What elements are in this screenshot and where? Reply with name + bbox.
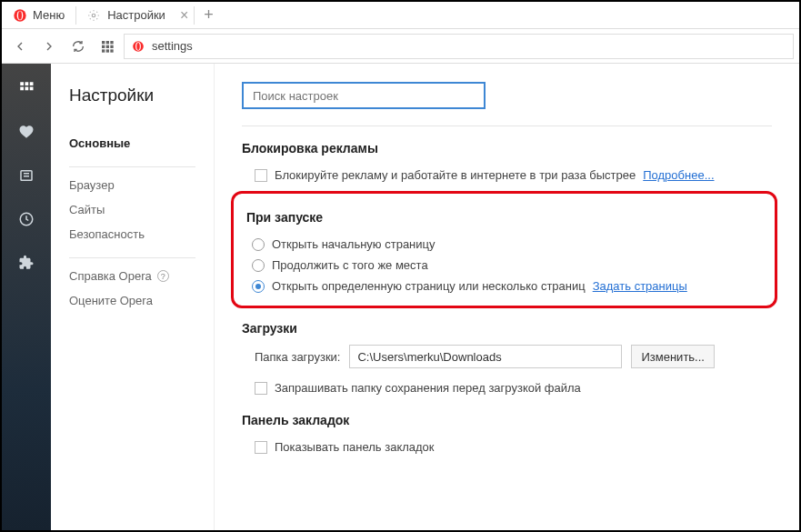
back-button[interactable] bbox=[7, 34, 33, 59]
tab-settings[interactable]: Настройки bbox=[76, 2, 175, 28]
startup-opt-continue: Продолжить с того же места bbox=[272, 258, 428, 272]
sidebar-item-browser[interactable]: Браузер bbox=[69, 173, 195, 197]
reload-button[interactable] bbox=[65, 34, 91, 59]
help-icon: ? bbox=[157, 270, 169, 282]
download-ask-checkbox[interactable] bbox=[255, 382, 267, 395]
new-tab-button[interactable]: + bbox=[195, 5, 223, 25]
address-bar[interactable]: settings bbox=[124, 34, 794, 59]
svg-rect-5 bbox=[106, 41, 109, 44]
download-change-button[interactable]: Изменить... bbox=[631, 345, 714, 368]
opera-icon bbox=[13, 8, 27, 23]
sidebar-help-label: Справка Opera bbox=[69, 269, 152, 283]
tab-close-button[interactable]: × bbox=[175, 7, 194, 24]
section-downloads-title: Загрузки bbox=[242, 321, 772, 336]
svg-point-15 bbox=[136, 42, 140, 49]
rail-bookmarks-icon[interactable] bbox=[16, 122, 36, 142]
rail-history-icon[interactable] bbox=[16, 209, 36, 229]
settings-search-input[interactable] bbox=[242, 82, 486, 109]
svg-rect-19 bbox=[20, 87, 24, 91]
menu-label: Меню bbox=[33, 8, 65, 22]
rail-news-icon[interactable] bbox=[16, 166, 36, 186]
page-title: Настройки bbox=[69, 85, 195, 105]
svg-rect-17 bbox=[25, 82, 29, 85]
svg-rect-8 bbox=[106, 45, 109, 47]
startup-opt-pages: Открыть определенную страницу или нескол… bbox=[272, 279, 586, 293]
download-ask-label: Запрашивать папку сохранения перед загру… bbox=[275, 381, 581, 395]
svg-point-3 bbox=[92, 14, 95, 17]
startup-highlight: При запуске Открыть начальную страницу П… bbox=[231, 191, 777, 308]
section-bookmarks-title: Панель закладок bbox=[242, 413, 772, 427]
adblock-label: Блокируйте рекламу и работайте в интерне… bbox=[275, 168, 636, 182]
svg-rect-21 bbox=[30, 87, 34, 91]
svg-rect-16 bbox=[20, 82, 24, 85]
svg-rect-10 bbox=[102, 49, 105, 52]
svg-rect-18 bbox=[30, 82, 34, 85]
adblock-more-link[interactable]: Подробнее... bbox=[643, 168, 714, 182]
tab-title: Настройки bbox=[107, 8, 165, 22]
svg-rect-4 bbox=[102, 41, 105, 44]
svg-rect-12 bbox=[110, 49, 113, 52]
adblock-checkbox[interactable] bbox=[255, 169, 267, 182]
opera-icon bbox=[132, 40, 145, 53]
settings-content: Блокировка рекламы Блокируйте рекламу и … bbox=[215, 64, 799, 530]
download-folder-label: Папка загрузки: bbox=[255, 350, 340, 364]
settings-sidebar: Настройки Основные Браузер Сайты Безопас… bbox=[51, 64, 215, 530]
download-folder-input[interactable] bbox=[349, 345, 622, 368]
bookmarks-show-label: Показывать панель закладок bbox=[275, 440, 435, 454]
startup-opt-home: Открыть начальную страницу bbox=[272, 237, 436, 251]
sidebar-help-link[interactable]: Справка Opera? bbox=[69, 264, 195, 288]
section-startup-title: При запуске bbox=[246, 210, 764, 225]
svg-rect-9 bbox=[110, 45, 113, 47]
sidebar-item-basic[interactable]: Основные bbox=[69, 131, 195, 156]
divider bbox=[69, 166, 195, 167]
address-text: settings bbox=[152, 39, 193, 53]
sidebar-item-sites[interactable]: Сайты bbox=[69, 197, 195, 222]
gear-icon bbox=[87, 9, 100, 22]
left-rail bbox=[2, 64, 51, 530]
svg-point-2 bbox=[18, 11, 22, 19]
startup-set-pages-link[interactable]: Задать страницы bbox=[593, 279, 687, 293]
sidebar-item-security[interactable]: Безопасность bbox=[69, 222, 195, 246]
divider bbox=[242, 125, 772, 126]
divider bbox=[69, 257, 195, 258]
svg-rect-20 bbox=[25, 87, 29, 91]
rail-speed-dial-icon[interactable] bbox=[16, 78, 36, 98]
bookmarks-show-checkbox[interactable] bbox=[255, 441, 267, 454]
svg-rect-7 bbox=[102, 45, 105, 47]
speed-dial-button[interactable] bbox=[95, 34, 120, 59]
sidebar-rate-link[interactable]: Оцените Opera bbox=[69, 288, 195, 313]
svg-rect-6 bbox=[110, 41, 113, 44]
startup-radio-continue[interactable] bbox=[252, 259, 265, 272]
section-adblock-title: Блокировка рекламы bbox=[242, 141, 772, 156]
startup-radio-pages[interactable] bbox=[252, 280, 265, 293]
svg-rect-11 bbox=[106, 49, 109, 52]
menu-button[interactable]: Меню bbox=[2, 2, 75, 28]
rail-extensions-icon[interactable] bbox=[16, 253, 36, 273]
forward-button[interactable] bbox=[36, 34, 62, 59]
startup-radio-home[interactable] bbox=[252, 238, 265, 251]
